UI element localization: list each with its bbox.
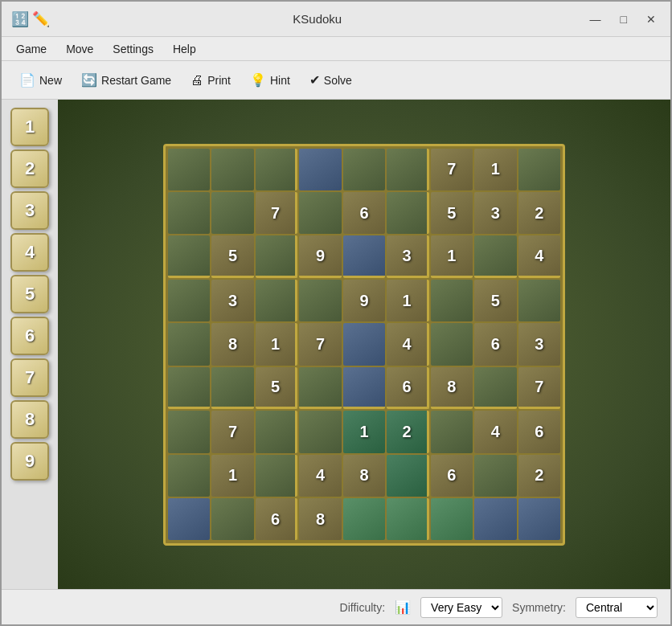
sudoku-cell-4-1[interactable]: 8 <box>211 323 253 365</box>
solve-button[interactable]: ✔ Solve <box>301 68 360 92</box>
sudoku-cell-5-6[interactable]: 8 <box>431 367 473 409</box>
sudoku-cell-1-6[interactable]: 5 <box>431 192 473 234</box>
sudoku-cell-3-6[interactable] <box>431 280 473 321</box>
sudoku-cell-5-1[interactable] <box>211 367 253 409</box>
maximize-button[interactable]: □ <box>616 11 632 27</box>
sudoku-cell-5-8[interactable]: 7 <box>518 367 560 409</box>
sudoku-cell-6-3[interactable] <box>299 411 341 452</box>
sudoku-cell-6-7[interactable]: 4 <box>474 411 516 452</box>
sudoku-cell-4-5[interactable]: 4 <box>387 323 428 365</box>
sudoku-cell-2-8[interactable]: 4 <box>518 235 560 277</box>
num-btn-1[interactable]: 1 <box>10 108 49 146</box>
sudoku-cell-4-2[interactable]: 1 <box>256 323 297 365</box>
sudoku-cell-3-2[interactable] <box>256 280 297 321</box>
sudoku-cell-1-0[interactable] <box>168 192 210 234</box>
sudoku-cell-0-8[interactable] <box>518 149 560 190</box>
sudoku-cell-5-7[interactable] <box>474 367 516 409</box>
num-btn-4[interactable]: 4 <box>10 233 49 272</box>
num-btn-7[interactable]: 7 <box>10 358 49 397</box>
sudoku-cell-0-2[interactable] <box>256 149 297 190</box>
sudoku-cell-0-0[interactable] <box>168 149 210 190</box>
sudoku-cell-6-1[interactable]: 7 <box>211 411 253 452</box>
sudoku-cell-0-1[interactable] <box>211 149 253 190</box>
sudoku-cell-8-4[interactable] <box>343 498 385 540</box>
sudoku-cell-3-3[interactable] <box>299 280 341 321</box>
num-btn-2[interactable]: 2 <box>10 149 49 188</box>
symmetry-select[interactable]: Central None Horizontal Vertical <box>576 597 658 618</box>
sudoku-cell-8-2[interactable]: 6 <box>256 498 297 540</box>
sudoku-cell-1-2[interactable]: 7 <box>256 192 297 234</box>
restart-button[interactable]: 🔄 Restart Game <box>73 68 179 92</box>
sudoku-cell-8-8[interactable] <box>518 498 560 540</box>
sudoku-cell-5-4[interactable] <box>343 367 385 409</box>
sudoku-cell-7-0[interactable] <box>168 455 210 497</box>
sudoku-cell-4-3[interactable]: 7 <box>299 323 341 365</box>
sudoku-cell-8-5[interactable] <box>387 498 428 540</box>
sudoku-cell-2-2[interactable] <box>256 235 297 277</box>
sudoku-cell-7-4[interactable]: 8 <box>343 455 385 497</box>
sudoku-cell-2-6[interactable]: 1 <box>431 235 473 277</box>
sudoku-cell-1-5[interactable] <box>387 192 428 234</box>
num-btn-8[interactable]: 8 <box>10 400 49 439</box>
sudoku-cell-8-6[interactable] <box>431 498 473 540</box>
sudoku-cell-8-7[interactable] <box>474 498 516 540</box>
sudoku-cell-4-7[interactable]: 6 <box>474 323 516 365</box>
sudoku-cell-8-3[interactable]: 8 <box>299 498 341 540</box>
sudoku-cell-2-1[interactable]: 5 <box>211 235 253 277</box>
sudoku-cell-7-8[interactable]: 2 <box>518 455 560 497</box>
new-button[interactable]: 📄 New <box>11 68 70 92</box>
sudoku-cell-8-1[interactable] <box>211 498 253 540</box>
num-btn-3[interactable]: 3 <box>10 191 49 230</box>
sudoku-cell-0-6[interactable]: 7 <box>431 149 473 190</box>
sudoku-cell-7-6[interactable]: 6 <box>431 455 473 497</box>
sudoku-cell-5-3[interactable] <box>299 367 341 409</box>
sudoku-cell-1-1[interactable] <box>211 192 253 234</box>
sudoku-cell-3-7[interactable]: 5 <box>474 280 516 321</box>
sudoku-cell-5-5[interactable]: 6 <box>387 367 428 409</box>
sudoku-cell-2-0[interactable] <box>168 235 210 277</box>
sudoku-cell-7-5[interactable] <box>387 455 428 497</box>
num-btn-5[interactable]: 5 <box>10 275 49 313</box>
sudoku-cell-5-2[interactable]: 5 <box>256 367 297 409</box>
sudoku-cell-3-4[interactable]: 9 <box>343 280 385 321</box>
menu-move[interactable]: Move <box>58 40 101 58</box>
sudoku-cell-8-0[interactable] <box>168 498 210 540</box>
sudoku-cell-6-5[interactable]: 2 <box>387 411 428 452</box>
sudoku-cell-1-3[interactable] <box>299 192 341 234</box>
sudoku-cell-0-4[interactable] <box>343 149 385 190</box>
sudoku-cell-1-4[interactable]: 6 <box>343 192 385 234</box>
sudoku-cell-3-8[interactable] <box>518 280 560 321</box>
menu-help[interactable]: Help <box>165 40 204 58</box>
sudoku-cell-1-7[interactable]: 3 <box>474 192 516 234</box>
sudoku-cell-0-7[interactable]: 1 <box>474 149 516 190</box>
sudoku-cell-3-5[interactable]: 1 <box>387 280 428 321</box>
sudoku-cell-4-4[interactable] <box>343 323 385 365</box>
print-button[interactable]: 🖨 Print <box>182 69 239 92</box>
sudoku-cell-1-8[interactable]: 2 <box>518 192 560 234</box>
sudoku-cell-2-7[interactable] <box>474 235 516 277</box>
sudoku-cell-3-1[interactable]: 3 <box>211 280 253 321</box>
sudoku-cell-5-0[interactable] <box>168 367 210 409</box>
minimize-button[interactable]: — <box>585 11 606 27</box>
sudoku-cell-2-3[interactable]: 9 <box>299 235 341 277</box>
sudoku-cell-6-4[interactable]: 1 <box>343 411 385 452</box>
difficulty-select[interactable]: Very Easy Easy Medium Hard Expert <box>420 597 502 618</box>
close-button[interactable]: ✕ <box>641 11 661 27</box>
sudoku-cell-4-0[interactable] <box>168 323 210 365</box>
sudoku-cell-6-6[interactable] <box>431 411 473 452</box>
sudoku-cell-6-2[interactable] <box>256 411 297 452</box>
sudoku-cell-6-0[interactable] <box>168 411 210 452</box>
sudoku-cell-7-1[interactable]: 1 <box>211 455 253 497</box>
sudoku-cell-3-0[interactable] <box>168 280 210 321</box>
sudoku-cell-0-5[interactable] <box>387 149 428 190</box>
sudoku-cell-7-3[interactable]: 4 <box>299 455 341 497</box>
sudoku-cell-2-4[interactable] <box>343 235 385 277</box>
sudoku-cell-7-7[interactable] <box>474 455 516 497</box>
sudoku-cell-6-8[interactable]: 6 <box>518 411 560 452</box>
sudoku-cell-4-8[interactable]: 3 <box>518 323 560 365</box>
sudoku-cell-2-5[interactable]: 3 <box>387 235 428 277</box>
sudoku-cell-0-3[interactable] <box>299 149 341 190</box>
menu-game[interactable]: Game <box>8 40 55 58</box>
sudoku-cell-4-6[interactable] <box>431 323 473 365</box>
menu-settings[interactable]: Settings <box>104 40 162 58</box>
